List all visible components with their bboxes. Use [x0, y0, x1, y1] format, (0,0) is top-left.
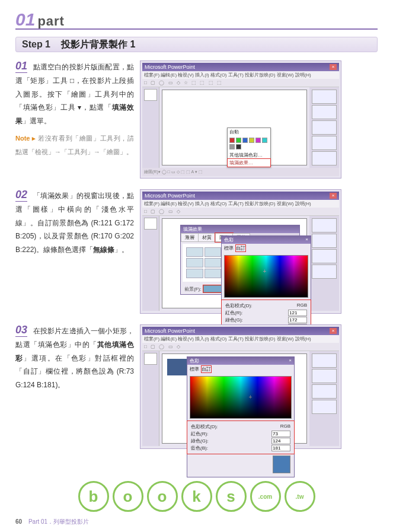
toolbar[interactable]: □ ▢ ◯ ▭ ◇	[142, 208, 339, 216]
dialog-title: 填滿效果	[181, 225, 299, 233]
wm-letter: o	[147, 481, 178, 512]
wm-letter: .tw	[285, 481, 315, 512]
wm-letter: s	[216, 481, 247, 512]
menubar[interactable]: 檔案(F) 編輯(E) 檢視(V) 插入(I) 格式(O) 工具(T) 投影片放…	[142, 71, 339, 79]
toolbar[interactable]: □ ▢ ◯ ▭ ◇	[142, 343, 339, 351]
tab-gradient[interactable]: 漸層	[181, 233, 199, 242]
step-num-02: 02	[15, 189, 27, 202]
menubar[interactable]: 檔案(F) 編輯(E) 檢視(V) 插入(I) 格式(O) 工具(T) 投影片放…	[142, 335, 339, 343]
dd-more-colors[interactable]: 其他填滿色彩…	[228, 151, 270, 159]
step-num-01: 01	[15, 60, 27, 73]
instruction-02b: 」。	[114, 246, 129, 254]
wm-letter: .com	[250, 481, 281, 512]
color-spectrum[interactable]: +	[190, 376, 292, 419]
page-number: 60	[15, 518, 22, 525]
tab-standard[interactable]: 標準	[190, 366, 199, 372]
footer-text: Part 01．列舉型投影片	[28, 518, 89, 525]
fill-color-dropdown[interactable]: 自動 其他填滿色彩… 填滿效果…	[227, 128, 271, 167]
screenshot-01: Microsoft PowerPoint× 檔案(F) 編輯(E) 檢視(V) …	[140, 60, 341, 179]
red-input[interactable]	[288, 310, 307, 316]
color-dialog-title: 色彩	[190, 358, 199, 364]
close-icon[interactable]: ×	[305, 237, 308, 243]
layout-panel[interactable]	[309, 351, 339, 446]
slide-thumbnails[interactable]	[142, 216, 159, 311]
tab-standard[interactable]: 標準	[224, 245, 234, 251]
slide-thumbnails[interactable]	[142, 351, 159, 446]
step-heading: Step 1 投影片背景製作 1	[15, 37, 378, 52]
dd-auto[interactable]: 自動	[228, 128, 270, 136]
part-label: part	[37, 15, 65, 28]
close-icon[interactable]: ×	[330, 64, 337, 70]
instruction-01b: 」選單。	[23, 117, 51, 125]
instruction-02a: 「填滿效果」的視窗出現後，點選「圖樣」中橫向的「淺色水平線」。自訂前景顏色為 (…	[15, 192, 134, 254]
slide-canvas[interactable]: 自動 其他填滿色彩… 填滿效果…	[162, 90, 307, 165]
slide-canvas[interactable]: 色彩× 標準自訂 + 色彩模式(D):RGB 紅色(R): 綠色(G): 藍色(…	[162, 353, 307, 444]
app-title: Microsoft PowerPoint	[145, 64, 195, 70]
close-icon[interactable]: ×	[330, 328, 337, 334]
screenshot-03: Microsoft PowerPoint× 檔案(F) 編輯(E) 檢視(V) …	[140, 324, 341, 449]
close-icon[interactable]: ×	[330, 193, 337, 199]
tab-texture[interactable]: 材質	[198, 233, 216, 242]
step-num-03: 03	[15, 324, 27, 337]
screenshot-02: Microsoft PowerPoint× 檔案(F) 編輯(E) 檢視(V) …	[140, 189, 341, 314]
close-icon[interactable]: ×	[289, 358, 292, 364]
fg-swatch[interactable]	[203, 285, 222, 292]
blue-input[interactable]	[271, 445, 290, 451]
color-dialog-03[interactable]: 色彩× 標準自訂 + 色彩模式(D):RGB 紅色(R): 綠色(G): 藍色(…	[187, 356, 295, 477]
color-preview	[273, 455, 290, 473]
green-input[interactable]	[288, 317, 307, 323]
color-swatches[interactable]	[228, 136, 270, 151]
wm-letter: o	[113, 481, 143, 512]
part-number: 01	[15, 11, 35, 28]
tab-custom[interactable]: 自訂	[202, 366, 211, 372]
drawing-toolbar[interactable]: 繪圖(R)▾ ◯ □ ▭ ◇ ⬚ ⬚ A ▾ ⬚	[142, 168, 339, 176]
note-label: Note ▸	[15, 135, 36, 142]
watermark: b o o k s .com .tw	[78, 481, 315, 512]
layout-panel[interactable]	[309, 216, 339, 311]
fg-label: 前景(F):	[184, 286, 201, 292]
step-title: 投影片背景製作 1	[61, 40, 135, 49]
color-spectrum[interactable]: +	[224, 255, 308, 298]
red-input[interactable]	[271, 431, 290, 437]
wm-letter: b	[78, 481, 109, 512]
tab-custom[interactable]: 自訂	[236, 245, 245, 251]
green-input[interactable]	[271, 438, 290, 444]
slide-thumbnails[interactable]	[142, 87, 159, 168]
page-footer: 60 Part 01．列舉型投影片	[15, 518, 89, 526]
instruction-03b: 」選項。在「色彩」對話框裡的「自訂」欄位裡，將顏色設為 (R:73 G:124 …	[15, 354, 134, 390]
color-dialog-title: 色彩	[224, 237, 234, 243]
wm-letter: k	[181, 481, 212, 512]
menubar[interactable]: 檔案(F) 編輯(E) 檢視(V) 插入(I) 格式(O) 工具(T) 投影片放…	[142, 200, 339, 208]
layout-panel[interactable]	[309, 87, 339, 168]
dd-fill-effects[interactable]: 填滿效果…	[228, 159, 270, 167]
toolbar[interactable]: □ ▢ ◯ ▭ ◇ ☆ ⬚ ⬚ ⬚ ⬚	[142, 79, 339, 87]
slide-canvas[interactable]: 填滿效果 漸層 材質 圖樣 圖片 前景(	[162, 218, 307, 308]
step-label: Step 1	[22, 40, 50, 49]
instruction-02-bold: 無線條	[93, 246, 114, 254]
rgb-inputs[interactable]: 色彩模式(D):RGB 紅色(R): 綠色(G): 藍色(B):	[187, 421, 294, 454]
